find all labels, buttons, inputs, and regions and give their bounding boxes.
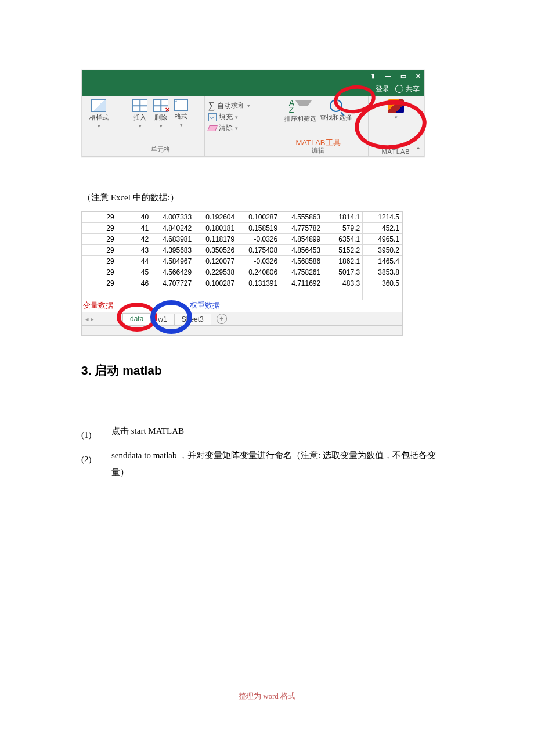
table-cell[interactable]: 46 bbox=[117, 278, 151, 289]
find-select-button[interactable]: 查找和选择 bbox=[320, 99, 352, 122]
table-cell[interactable]: 1465.4 bbox=[363, 256, 402, 267]
table-cell[interactable]: 4.854899 bbox=[280, 234, 323, 245]
table-cell[interactable]: 6354.1 bbox=[323, 234, 363, 245]
autosum-button[interactable]: ∑自动求和▾ bbox=[208, 100, 250, 111]
table-cell[interactable]: 29 bbox=[82, 267, 117, 278]
delete-button[interactable]: ✕ 删除 ▾ bbox=[153, 99, 168, 129]
table-cell[interactable]: 0.100287 bbox=[194, 278, 237, 289]
table-cell[interactable]: 483.3 bbox=[323, 278, 363, 289]
sheet-nav-icon[interactable]: ◂ ▸ bbox=[85, 315, 94, 323]
table-cell[interactable]: 29 bbox=[82, 245, 117, 256]
table-row: 29414.8402420.1801810.1585194.775782579.… bbox=[82, 223, 402, 234]
table-cell[interactable]: 4.007333 bbox=[151, 212, 194, 223]
table-cell[interactable]: 4.775782 bbox=[280, 223, 323, 234]
table-cell[interactable]: 0.350526 bbox=[194, 245, 237, 256]
table-cell[interactable]: 0.229538 bbox=[194, 267, 237, 278]
table-cell[interactable]: 29 bbox=[82, 278, 117, 289]
table-cell[interactable]: 0.175408 bbox=[237, 245, 280, 256]
table-cell[interactable]: 0.192604 bbox=[194, 212, 237, 223]
table-cell[interactable]: 0.100287 bbox=[237, 212, 280, 223]
chevron-down-icon: ▾ bbox=[395, 114, 398, 120]
table-cell[interactable]: 4.758261 bbox=[280, 267, 323, 278]
table-row: 29434.3956830.3505260.1754084.8564535152… bbox=[82, 245, 402, 256]
table-cell[interactable]: 1814.1 bbox=[323, 212, 363, 223]
table-cell[interactable]: 29 bbox=[82, 234, 117, 245]
table-cell[interactable]: 0.120077 bbox=[194, 256, 237, 267]
table-cell[interactable]: 44 bbox=[117, 256, 151, 267]
clear-button[interactable]: 清除▾ bbox=[208, 123, 250, 133]
list-text: 点击 start MATLAB bbox=[111, 423, 453, 447]
table-row: 29424.6839810.118179-0.03264.8548996354.… bbox=[82, 234, 402, 245]
insert-label: 插入 bbox=[134, 113, 146, 122]
share-icon bbox=[395, 85, 403, 93]
sheet-tab-sheet3[interactable]: Sheet3 bbox=[174, 314, 211, 325]
window-close-icon[interactable]: ✕ bbox=[416, 73, 421, 80]
table-cell[interactable]: 0.118179 bbox=[194, 234, 237, 245]
window-minimize-icon[interactable]: — bbox=[385, 73, 391, 80]
ribbon-body: 格样式 ▾ 插入 ▾ ✕ 删除 bbox=[82, 96, 424, 157]
share-button[interactable]: 共享 bbox=[395, 84, 420, 94]
table-row: 29404.0073330.1926040.1002874.5558631814… bbox=[82, 212, 402, 223]
table-cell[interactable]: 4.840242 bbox=[151, 223, 194, 234]
sheet-tab-w1[interactable]: w1 bbox=[150, 314, 174, 325]
list-number: (2) bbox=[81, 447, 99, 480]
table-cell[interactable]: -0.0326 bbox=[237, 234, 280, 245]
table-cell[interactable]: 4.566429 bbox=[151, 267, 194, 278]
table-cell[interactable]: 1214.5 bbox=[363, 212, 402, 223]
sort-filter-button[interactable]: AZ 排序和筛选 bbox=[284, 99, 316, 123]
matlab-group: ▾ MATLAB bbox=[369, 96, 423, 156]
format-button[interactable]: ↔ 格式 ▾ bbox=[174, 99, 188, 128]
cell-styles-button[interactable]: 格样式 ▾ bbox=[89, 99, 109, 129]
window-up-icon[interactable]: ⬆ bbox=[370, 73, 376, 80]
table-cell[interactable]: 4.568586 bbox=[280, 256, 323, 267]
table-cell[interactable]: 40 bbox=[117, 212, 151, 223]
table-cell[interactable]: 43 bbox=[117, 245, 151, 256]
table-cell[interactable]: 4.711692 bbox=[280, 278, 323, 289]
table-cell[interactable]: 29 bbox=[82, 256, 117, 267]
list-item: (1) 点击 start MATLAB bbox=[81, 423, 453, 447]
add-sheet-button[interactable]: + bbox=[217, 314, 227, 324]
insert-button[interactable]: 插入 ▾ bbox=[132, 99, 147, 129]
table-cell[interactable]: 0.131391 bbox=[237, 278, 280, 289]
sheet-tab-data[interactable]: data bbox=[122, 313, 151, 325]
table-cell[interactable]: 5152.2 bbox=[323, 245, 363, 256]
table-cell[interactable]: 579.2 bbox=[323, 223, 363, 234]
table-cell[interactable]: 5017.3 bbox=[323, 267, 363, 278]
sort-filter-label: 排序和筛选 bbox=[284, 114, 316, 123]
table-cell[interactable]: 4.707727 bbox=[151, 278, 194, 289]
table-cell[interactable]: 4.856453 bbox=[280, 245, 323, 256]
table-cell[interactable]: 4.683981 bbox=[151, 234, 194, 245]
signin-bar: 登录 共享 bbox=[82, 82, 424, 96]
instruction-list: (1) 点击 start MATLAB (2) senddata to matl… bbox=[81, 423, 453, 480]
table-cell[interactable]: 42 bbox=[117, 234, 151, 245]
annotation-variable-data: 变量数据 bbox=[83, 300, 113, 311]
window-maximize-icon[interactable]: ▭ bbox=[400, 73, 406, 80]
table-cell[interactable]: 4.395683 bbox=[151, 245, 194, 256]
table-cell[interactable]: 1862.1 bbox=[323, 256, 363, 267]
table-cell[interactable]: 452.1 bbox=[363, 223, 402, 234]
table-cell[interactable]: 41 bbox=[117, 223, 151, 234]
status-bar bbox=[82, 325, 402, 335]
table-cell[interactable]: 0.180181 bbox=[194, 223, 237, 234]
table-cell[interactable]: 360.5 bbox=[363, 278, 402, 289]
table-cell[interactable]: 3853.8 bbox=[363, 267, 402, 278]
table-cell[interactable]: -0.0326 bbox=[237, 256, 280, 267]
table-cell[interactable]: 45 bbox=[117, 267, 151, 278]
cells-group: 插入 ▾ ✕ 删除 ▾ ↔ 格式 ▾ bbox=[116, 96, 205, 156]
table-cell[interactable]: 29 bbox=[82, 212, 117, 223]
find-select-label: 查找和选择 bbox=[320, 113, 352, 122]
collapse-ribbon-icon[interactable]: ⌃ bbox=[416, 146, 421, 154]
table-cell[interactable]: 29 bbox=[82, 223, 117, 234]
edit-group-label: 编辑 bbox=[312, 146, 324, 155]
signin-link[interactable]: 登录 bbox=[376, 84, 389, 94]
title-bar: ⬆ — ▭ ✕ bbox=[82, 70, 424, 82]
table-cell[interactable]: 0.240806 bbox=[237, 267, 280, 278]
table-cell[interactable]: 4.584967 bbox=[151, 256, 194, 267]
table-cell[interactable]: 3950.2 bbox=[363, 245, 402, 256]
fill-button[interactable]: 填充▾ bbox=[208, 112, 250, 122]
table-cell[interactable]: 4.555863 bbox=[280, 212, 323, 223]
table-cell[interactable]: 0.158519 bbox=[237, 223, 280, 234]
styles-group: 格样式 ▾ bbox=[82, 96, 116, 156]
matlab-button[interactable]: ▾ bbox=[388, 99, 404, 120]
table-cell[interactable]: 4965.1 bbox=[363, 234, 402, 245]
